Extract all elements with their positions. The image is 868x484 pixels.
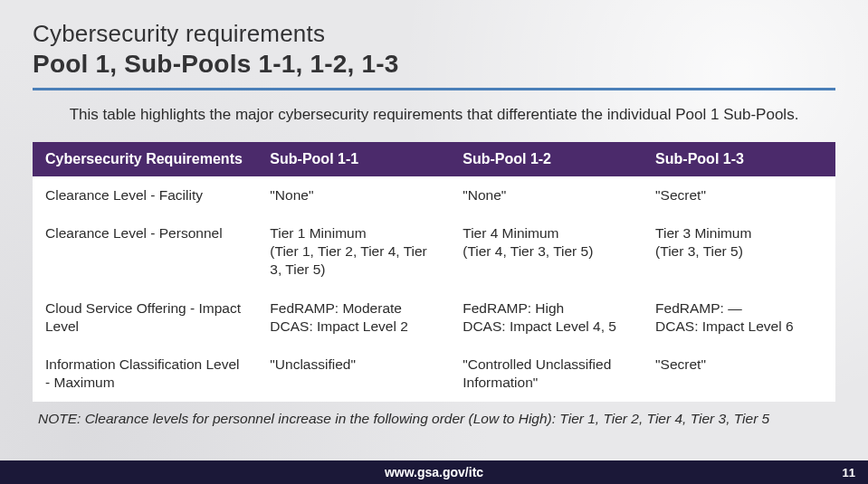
row-cell: Tier 4 Minimum(Tier 4, Tier 3, Tier 5) xyxy=(450,214,643,289)
row-label: Cloud Service Offering - Impact Level xyxy=(33,289,257,346)
row-cell: "Secret" xyxy=(643,346,835,402)
title-divider xyxy=(33,88,835,90)
row-label: Clearance Level - Personnel xyxy=(33,214,257,289)
page-title: Pool 1, Sub-Pools 1-1, 1-2, 1-3 xyxy=(33,50,835,79)
table-header-row: Cybersecurity Requirements Sub-Pool 1-1 … xyxy=(33,142,835,176)
row-cell: Tier 1 Minimum(Tier 1, Tier 2, Tier 4, T… xyxy=(257,214,450,289)
row-cell: "None" xyxy=(450,176,643,214)
table-header-cell: Sub-Pool 1-3 xyxy=(643,142,835,176)
row-label: Information Classification Level - Maxim… xyxy=(33,346,257,402)
row-cell: "Secret" xyxy=(643,176,835,214)
footer-bar: www.gsa.gov/itc 11 xyxy=(0,460,868,484)
row-cell: FedRAMP: ModerateDCAS: Impact Level 2 xyxy=(257,289,450,346)
footer-url: www.gsa.gov/itc xyxy=(385,465,483,479)
row-cell: FedRAMP: HighDCAS: Impact Level 4, 5 xyxy=(450,289,643,346)
footnote: NOTE: Clearance levels for personnel inc… xyxy=(33,411,835,427)
slide: Cybersecurity requirements Pool 1, Sub-P… xyxy=(0,0,868,484)
row-label: Clearance Level - Facility xyxy=(33,176,257,214)
row-cell: FedRAMP: —DCAS: Impact Level 6 xyxy=(643,289,835,346)
row-cell: Tier 3 Minimum(Tier 3, Tier 5) xyxy=(643,214,835,289)
description-text: This table highlights the major cybersec… xyxy=(50,105,819,126)
table-row: Clearance Level - Personnel Tier 1 Minim… xyxy=(33,214,835,289)
table-row: Cloud Service Offering - Impact Level Fe… xyxy=(33,289,835,346)
row-cell: "Unclassified" xyxy=(257,346,450,402)
table-header-cell: Sub-Pool 1-1 xyxy=(257,142,450,176)
table-header-cell: Sub-Pool 1-2 xyxy=(450,142,643,176)
table-header-cell: Cybersecurity Requirements xyxy=(33,142,257,176)
table-row: Information Classification Level - Maxim… xyxy=(33,346,835,402)
supertitle: Cybersecurity requirements xyxy=(33,20,835,48)
row-cell: "Controlled Unclassified Information" xyxy=(450,346,643,402)
page-number: 11 xyxy=(843,466,855,479)
row-cell: "None" xyxy=(257,176,450,214)
requirements-table: Cybersecurity Requirements Sub-Pool 1-1 … xyxy=(33,142,835,402)
table-row: Clearance Level - Facility "None" "None"… xyxy=(33,176,835,214)
